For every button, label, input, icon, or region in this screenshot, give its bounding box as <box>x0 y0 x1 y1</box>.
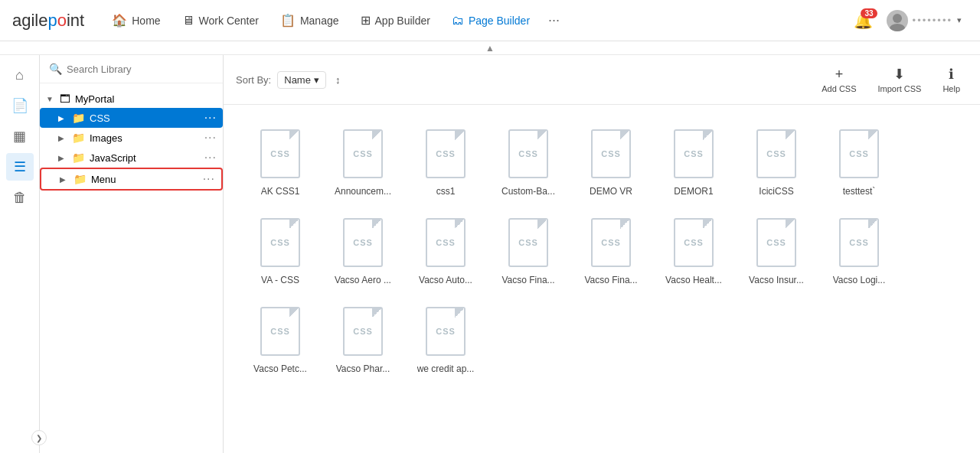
nav-page-builder[interactable]: 🗂 Page Builder <box>443 9 539 32</box>
tree-node-myportal[interactable]: ▼ 🗔 MyPortal <box>40 90 223 108</box>
sidebar-home-icon-btn[interactable]: ⌂ <box>6 61 34 89</box>
file-item-custom-ba[interactable]: CSS Custom-Ba... <box>490 120 567 203</box>
user-menu[interactable]: •••••••• ▾ <box>880 7 968 34</box>
css-file-fold <box>372 131 381 140</box>
collapse-arrow-icon[interactable]: ▲ <box>485 43 495 54</box>
css-label: CSS <box>90 112 201 124</box>
nav-work-center[interactable]: 🖥 Work Center <box>173 9 268 32</box>
css-file-body: CSS <box>674 218 714 267</box>
file-item-vacso-healt[interactable]: CSS Vacso Healt... <box>655 209 732 292</box>
css-file-icon: CSS <box>505 126 551 181</box>
sort-value: Name <box>284 74 311 86</box>
css-file-label-text: CSS <box>601 238 621 247</box>
file-name-label: Vacso Auto... <box>419 275 472 285</box>
css-file-fold <box>786 131 795 140</box>
home-icon: 🏠 <box>112 13 127 28</box>
file-name-label: css1 <box>436 186 456 197</box>
css-file-label-text: CSS <box>849 149 869 158</box>
sort-dropdown[interactable]: Name ▾ <box>277 71 326 89</box>
css-file-body: CSS <box>343 129 383 178</box>
menu-more-icon[interactable]: ··· <box>203 172 215 186</box>
nav-app-builder[interactable]: ⊞ App Builder <box>351 8 439 32</box>
icon-sidebar: ⌂ 📄 ▦ ☰ 🗑 ❯ <box>0 55 40 453</box>
css-more-icon[interactable]: ··· <box>204 111 217 125</box>
file-item-icicss[interactable]: CSS IciciCSS <box>738 120 815 203</box>
file-item-vacso-insur[interactable]: CSS Vacso Insur... <box>738 209 815 292</box>
sidebar-doc-icon-btn[interactable]: 📄 <box>6 92 34 119</box>
nav-home-label: Home <box>132 15 160 27</box>
manage-icon: 📋 <box>280 13 296 28</box>
help-icon: ℹ <box>949 66 954 83</box>
css-file-icon: CSS <box>588 126 634 181</box>
notifications-bell[interactable]: 🔔 33 <box>849 7 877 34</box>
sort-az-icon[interactable]: ↕︎ <box>335 74 341 86</box>
svg-point-1 <box>890 24 905 31</box>
css-file-body: CSS <box>508 129 548 178</box>
file-name-label: Custom-Ba... <box>501 186 555 197</box>
images-folder-icon: 📁 <box>72 132 85 144</box>
file-item-css1[interactable]: CSS css1 <box>407 120 484 203</box>
file-item-vacso-fina1[interactable]: CSS Vacso Fina... <box>490 209 567 292</box>
tree-node-images[interactable]: ▶ 📁 Images ··· <box>40 128 223 148</box>
help-button[interactable]: ℹ Help <box>935 63 968 96</box>
add-css-label: Add CSS <box>822 84 856 93</box>
myportal-folder-icon: 🗔 <box>60 93 70 105</box>
css-file-label-text: CSS <box>270 327 290 336</box>
import-css-button[interactable]: ⬇ Import CSS <box>871 63 929 96</box>
file-item-demo-vr[interactable]: CSS DEMO VR <box>573 120 649 203</box>
nav-manage[interactable]: 📋 Manage <box>271 8 348 32</box>
file-item-we-credit[interactable]: CSS we credit ap... <box>407 298 484 380</box>
file-name-label: Vacso Phar... <box>336 363 390 374</box>
myportal-label: MyPortal <box>75 93 217 105</box>
file-item-vacso-auto[interactable]: CSS Vacso Auto... <box>407 209 484 292</box>
nav-work-center-label: Work Center <box>199 15 259 27</box>
sidebar-expand-btn[interactable]: ❯ <box>31 430 47 445</box>
add-css-button[interactable]: + Add CSS <box>814 64 864 96</box>
file-item-demor1[interactable]: CSS DEMOR1 <box>655 120 732 203</box>
css-file-body: CSS <box>591 129 631 178</box>
file-name-label: Vacso Fina... <box>584 275 637 285</box>
css-file-icon: CSS <box>671 126 717 181</box>
images-arrow-icon: ▶ <box>58 134 69 142</box>
file-item-ak-css1[interactable]: CSS AK CSS1 <box>242 120 318 203</box>
css-file-icon: CSS <box>588 215 634 270</box>
file-item-announcem[interactable]: CSS Announcem... <box>325 120 401 203</box>
nav-home[interactable]: 🏠 Home <box>103 8 169 32</box>
sidebar-lines-icon-btn[interactable]: ☰ <box>6 153 34 181</box>
add-css-icon: + <box>835 67 844 83</box>
javascript-more-icon[interactable]: ··· <box>204 151 217 165</box>
file-item-vacso-petc[interactable]: CSS Vacso Petc... <box>242 298 318 380</box>
file-item-vacso-logi[interactable]: CSS Vacso Logi... <box>821 209 897 292</box>
javascript-label: JavaScript <box>90 152 201 164</box>
images-more-icon[interactable]: ··· <box>204 131 217 145</box>
css-file-icon: CSS <box>423 126 469 181</box>
css-arrow-icon: ▶ <box>58 114 69 122</box>
tree-node-menu[interactable]: ▶ 📁 Menu ··· <box>40 168 223 191</box>
file-item-testtest[interactable]: CSS testtest` <box>821 120 897 203</box>
tree-node-css[interactable]: ▶ 📁 CSS ··· <box>40 108 223 128</box>
css-file-label-text: CSS <box>684 149 704 158</box>
css-file-icon: CSS <box>836 215 882 270</box>
css-file-body: CSS <box>591 218 631 267</box>
tree-node-javascript[interactable]: ▶ 📁 JavaScript ··· <box>40 148 223 168</box>
css-file-icon: CSS <box>423 304 469 359</box>
file-item-va-css[interactable]: CSS VA - CSS <box>242 209 318 292</box>
file-item-vacso-phar[interactable]: CSS Vacso Phar... <box>325 298 401 380</box>
menu-arrow-icon: ▶ <box>60 175 70 184</box>
sidebar-trash-icon-btn[interactable]: 🗑 <box>6 184 34 211</box>
search-input[interactable] <box>67 64 214 75</box>
css-file-fold <box>455 131 464 140</box>
css-file-body: CSS <box>260 129 300 178</box>
css-file-body: CSS <box>839 129 879 178</box>
file-item-vacso-aero[interactable]: CSS Vacso Aero ... <box>325 209 401 292</box>
pagebuilder-icon: 🗂 <box>452 14 464 28</box>
myportal-arrow-icon: ▼ <box>46 95 57 103</box>
file-name-label: Vacso Fina... <box>501 275 554 285</box>
nav-more[interactable]: ··· <box>542 8 566 33</box>
css-file-body: CSS <box>674 129 714 178</box>
css-file-label-text: CSS <box>684 238 704 247</box>
top-nav: agilepoint 🏠 Home 🖥 Work Center 📋 Manage… <box>0 0 980 41</box>
css-file-label-text: CSS <box>766 149 786 158</box>
sidebar-grid-icon-btn[interactable]: ▦ <box>6 122 34 150</box>
file-item-vacso-fina2[interactable]: CSS Vacso Fina... <box>573 209 649 292</box>
